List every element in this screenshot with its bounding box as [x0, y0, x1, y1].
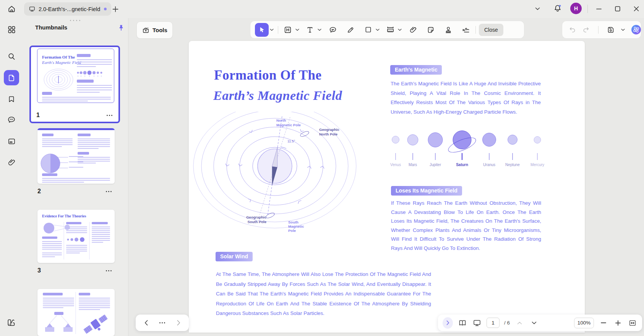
- tab-title: 2.0-Earth's-...gnetic-Field: [39, 6, 101, 12]
- bell-icon: [553, 4, 562, 13]
- zoom-out-button[interactable]: [599, 317, 608, 329]
- tools-menu-button[interactable]: Tools: [136, 21, 173, 39]
- svg-text:Pole: Pole: [288, 228, 296, 233]
- page-options-button[interactable]: [104, 113, 115, 118]
- shape-tool-button[interactable]: [362, 23, 375, 36]
- zoom-in-button[interactable]: [613, 317, 623, 329]
- page-options-button[interactable]: [104, 189, 114, 194]
- chevron-down-icon: [532, 321, 537, 325]
- left-sidebar-rail: [0, 18, 23, 336]
- minimize-button[interactable]: [593, 3, 605, 14]
- thumbnails-panel: Thumbnails Formation Of The Earth's Magn…: [23, 18, 128, 336]
- select-tool-chevron[interactable]: [269, 24, 275, 36]
- thumbnail-page-2[interactable]: 2: [37, 128, 115, 196]
- sticker-tool-button[interactable]: [424, 23, 437, 36]
- panel-drag-handle[interactable]: [70, 20, 80, 21]
- pin-panel-button[interactable]: [115, 22, 127, 34]
- stamp-tool-button[interactable]: [442, 23, 455, 36]
- pdf-page[interactable]: Formation Of The Earth’s Magnetic Field: [189, 41, 585, 333]
- planets-comparison-row: Venus Mars Jupiter Saturn Uranus Neptune…: [386, 126, 550, 169]
- heading-tool-button[interactable]: [281, 23, 294, 36]
- text-tool-chevron[interactable]: [316, 24, 323, 36]
- fit-width-button[interactable]: [628, 317, 638, 329]
- toolbar-divider: [598, 26, 599, 34]
- signature-tool-button[interactable]: [459, 23, 472, 36]
- nav-more-button[interactable]: [157, 317, 167, 329]
- minus-icon: [601, 322, 606, 323]
- collapse-bar-button[interactable]: [443, 317, 453, 329]
- page-number: 3: [37, 267, 41, 274]
- minimize-icon: [596, 8, 602, 10]
- page-options-button[interactable]: [104, 268, 114, 274]
- page-number-input[interactable]: [487, 318, 500, 328]
- fit-width-icon: [628, 319, 637, 327]
- next-page-chevron[interactable]: [529, 317, 539, 329]
- save-options-chevron[interactable]: [620, 24, 626, 36]
- svg-text:Formation Of The: Formation Of The: [42, 55, 75, 59]
- signature-icon: [461, 25, 470, 34]
- home-button[interactable]: [5, 2, 18, 16]
- next-page-button[interactable]: [174, 317, 183, 329]
- heading-tool-chevron[interactable]: [294, 24, 300, 36]
- undo-button[interactable]: [568, 26, 577, 34]
- user-avatar[interactable]: H: [570, 3, 582, 14]
- planet-uranus: Uranus: [477, 126, 501, 169]
- presentation-mode-button[interactable]: [472, 317, 482, 329]
- reading-mode-button[interactable]: [457, 317, 467, 329]
- text-tool-icon: [306, 26, 314, 34]
- ruler-icon: [386, 25, 395, 34]
- attach-file-tool-button[interactable]: [407, 23, 420, 36]
- measure-tool-button[interactable]: [384, 23, 397, 36]
- text-tool-button[interactable]: [303, 23, 316, 36]
- planet-circle: [508, 135, 517, 145]
- notifications-button[interactable]: [552, 3, 563, 14]
- file-actions-toolbar: [562, 21, 641, 39]
- comment-tool-button[interactable]: [326, 23, 339, 36]
- save-button[interactable]: [607, 26, 615, 34]
- document-tab[interactable]: 2.0-Earth's-...gnetic-Field: [24, 2, 111, 16]
- thumbnail-page-3[interactable]: Evidence For The Theories 3: [37, 210, 115, 275]
- appearance-button[interactable]: [4, 315, 19, 330]
- close-annotation-button[interactable]: Close: [479, 24, 503, 36]
- chevron-down-icon: [535, 7, 540, 10]
- diagram-label-geo-south: Geographic: [246, 215, 266, 219]
- tools-label: Tools: [152, 27, 167, 33]
- zoom-level-display[interactable]: 100%: [574, 318, 594, 328]
- select-tool-button[interactable]: [255, 23, 269, 37]
- svg-text:Magnetic: Magnetic: [288, 224, 304, 228]
- close-window-button[interactable]: [631, 3, 642, 14]
- titlebar-divider: [587, 5, 588, 13]
- section-badge-earths-magnetic: Earth's Magnetic: [390, 65, 442, 75]
- svg-text:South Pole: South Pole: [247, 220, 266, 224]
- pen-tool-button[interactable]: [344, 23, 357, 36]
- comments-button[interactable]: [4, 112, 19, 127]
- maximize-button[interactable]: [612, 3, 623, 14]
- sticker-icon: [427, 26, 435, 34]
- screen-icon: [472, 318, 482, 328]
- chevron-right-icon: [446, 320, 449, 325]
- search-pages-button[interactable]: [4, 49, 19, 64]
- apps-grid-button[interactable]: [4, 22, 19, 37]
- attachments-button[interactable]: [4, 155, 19, 170]
- toolbar-divider: [278, 26, 278, 34]
- shape-tool-chevron[interactable]: [375, 24, 381, 36]
- magnetic-field-diagram: North Magnetic Pole Geographic North Pol…: [193, 112, 372, 239]
- new-tab-button[interactable]: [110, 4, 121, 15]
- thumbnail-page-1[interactable]: Formation Of The Earth's Magnetic Field: [29, 46, 120, 123]
- thumbnail-preview: [37, 289, 115, 336]
- save-icon: [607, 26, 615, 34]
- thumbnails-panel-button[interactable]: [4, 70, 19, 85]
- measure-tool-chevron[interactable]: [397, 24, 403, 36]
- planet-circle: [428, 132, 443, 147]
- redo-button[interactable]: [582, 26, 590, 34]
- ai-assistant-button[interactable]: [631, 24, 641, 35]
- bookmarks-button[interactable]: [4, 91, 19, 107]
- comment-tool-icon: [329, 26, 337, 34]
- thumbnail-page-4[interactable]: [37, 289, 115, 336]
- window-menu-button[interactable]: [532, 3, 543, 14]
- previous-page-button[interactable]: [141, 317, 151, 329]
- annotations-button[interactable]: [4, 134, 19, 149]
- plus-icon: [112, 6, 119, 13]
- section-badge-loses-field: Loses Its Magnetic Field: [391, 186, 462, 196]
- previous-page-chevron[interactable]: [514, 317, 524, 329]
